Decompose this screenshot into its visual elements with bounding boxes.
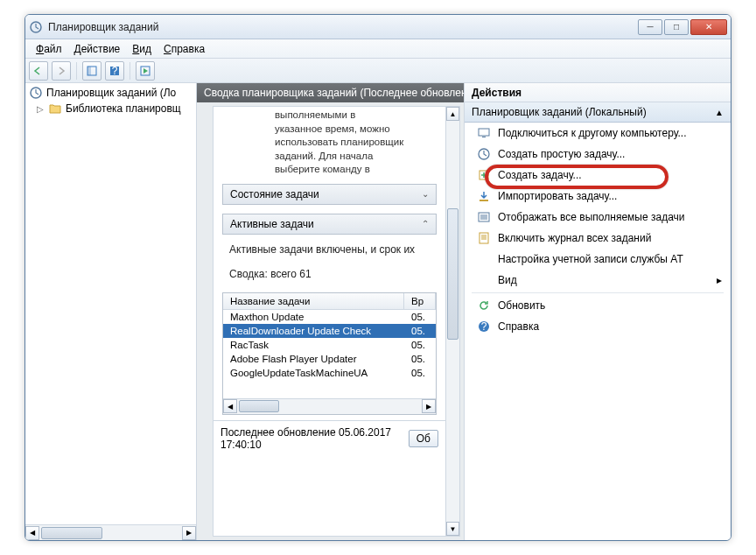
- svg-text:?: ?: [112, 66, 118, 76]
- action-создать-задачу-[interactable]: Создать задачу...: [465, 165, 731, 186]
- last-update-text: Последнее обновление 05.06.2017 17:40:10: [220, 426, 409, 451]
- action-подключиться-к-другому-компьютеру-[interactable]: Подключиться к другому компьютеру...: [465, 123, 731, 144]
- toolbar-panes-button[interactable]: [82, 61, 102, 81]
- chevron-down-icon: ⌄: [422, 189, 429, 199]
- active-tasks-enabled-text: Активные задачи включены, и срок их: [229, 243, 430, 256]
- submenu-arrow-icon: ▸: [717, 274, 722, 286]
- svg-text:?: ?: [481, 320, 487, 333]
- toolbar-run-button[interactable]: [136, 61, 155, 81]
- blank-icon: [477, 252, 491, 266]
- collapse-icon: ▲: [715, 108, 724, 117]
- menu-action[interactable]: Действие: [69, 41, 126, 57]
- chevron-up-icon: ⌃: [422, 219, 429, 228]
- tree-root[interactable]: Планировщик заданий (Ло: [25, 85, 196, 101]
- summary-header: Сводка планировщика заданий (Последнее о…: [197, 83, 464, 102]
- col-task-name[interactable]: Название задачи: [223, 293, 404, 309]
- refresh-button[interactable]: Об: [409, 430, 438, 447]
- nav-forward-button[interactable]: [52, 61, 71, 81]
- tree-hscrollbar[interactable]: ◀ ▶: [25, 524, 196, 540]
- titlebar: Планировщик заданий ─ □ ✕: [25, 15, 731, 39]
- action-импортировать-задачу-[interactable]: Импортировать задачу...: [465, 186, 731, 207]
- close-button[interactable]: ✕: [690, 19, 727, 35]
- overview-text: выполняемыми в указанное время, можно ис…: [214, 107, 445, 179]
- app-icon: [29, 20, 43, 34]
- svg-rect-8: [482, 137, 486, 137]
- actions-title: Действия: [465, 83, 731, 102]
- svg-rect-13: [480, 233, 488, 243]
- svg-rect-11: [480, 200, 488, 201]
- log-icon: [477, 231, 491, 245]
- action-создать-простую-задачу-[interactable]: Создать простую задачу...: [465, 144, 731, 165]
- active-tasks-table: Название задачи Вр Maxthon Update05.Real…: [222, 292, 437, 415]
- maximize-button[interactable]: □: [664, 19, 689, 35]
- action-обновить[interactable]: Обновить: [465, 295, 731, 316]
- table-row[interactable]: Adobe Flash Player Updater05.: [223, 352, 436, 366]
- table-hscrollbar[interactable]: ◀ ▶: [223, 398, 436, 414]
- folder-icon: [48, 102, 62, 116]
- menu-file[interactable]: Файл: [31, 41, 67, 57]
- menu-view[interactable]: Вид: [127, 41, 157, 57]
- clock-icon: [477, 147, 491, 161]
- summary-vscrollbar[interactable]: ▲ ▼: [445, 107, 459, 536]
- action-справка[interactable]: ?Справка: [465, 316, 731, 337]
- toolbar: ?: [25, 59, 731, 83]
- svg-rect-7: [479, 129, 489, 136]
- section-task-status[interactable]: Состояние задачи ⌄: [222, 184, 437, 205]
- blank-icon: [477, 273, 491, 287]
- window-title: Планировщик заданий: [48, 21, 638, 33]
- import-icon: [477, 189, 491, 203]
- table-row[interactable]: Maxthon Update05.: [223, 310, 436, 324]
- col-task-time[interactable]: Вр: [404, 293, 436, 309]
- expand-icon[interactable]: ▷: [36, 104, 45, 114]
- help-icon: ?: [477, 320, 491, 334]
- toolbar-help-button[interactable]: ?: [105, 61, 124, 81]
- action-отображать-все-выполняемые-задачи[interactable]: Отображать все выполняемые задачи: [465, 207, 731, 228]
- svg-rect-2: [88, 67, 91, 75]
- menu-help[interactable]: Справка: [158, 41, 210, 57]
- refresh-icon: [477, 299, 491, 313]
- tree-library-label: Библиотека планировщ: [66, 102, 181, 115]
- actions-pane: Действия Планировщик заданий (Локальный)…: [465, 83, 731, 540]
- nav-back-button[interactable]: [29, 61, 48, 81]
- tree-root-label: Планировщик заданий (Ло: [46, 87, 176, 99]
- table-row[interactable]: GoogleUpdateTaskMachineUA05.: [223, 366, 436, 380]
- tree-library[interactable]: ▷ Библиотека планировщ: [25, 101, 196, 116]
- task-scheduler-window: Планировщик заданий ─ □ ✕ Файл Действие …: [24, 14, 732, 541]
- summary-count: Сводка: всего 61: [229, 268, 430, 280]
- table-row[interactable]: RacTask05.: [223, 338, 436, 352]
- task-new-icon: [477, 168, 491, 182]
- action-настройка-учетной-записи-службы-at[interactable]: Настройка учетной записи службы AT: [465, 249, 731, 270]
- clock-icon: [29, 86, 43, 100]
- tree-pane: Планировщик заданий (Ло ▷ Библиотека пла…: [25, 83, 197, 540]
- section-active-tasks[interactable]: Активные задачи ⌃: [222, 214, 437, 235]
- menubar: Файл Действие Вид Справка: [25, 39, 731, 59]
- action-вид[interactable]: Вид▸: [465, 270, 731, 291]
- summary-pane: Сводка планировщика заданий (Последнее о…: [197, 83, 465, 540]
- table-row[interactable]: RealDownloader Update Check05.: [223, 324, 436, 338]
- minimize-button[interactable]: ─: [638, 19, 662, 35]
- computer-icon: [477, 126, 491, 140]
- running-tasks-icon: [477, 210, 491, 224]
- actions-group-header[interactable]: Планировщик заданий (Локальный) ▲: [465, 102, 731, 123]
- action-включить-журнал-всех-заданий[interactable]: Включить журнал всех заданий: [465, 228, 731, 249]
